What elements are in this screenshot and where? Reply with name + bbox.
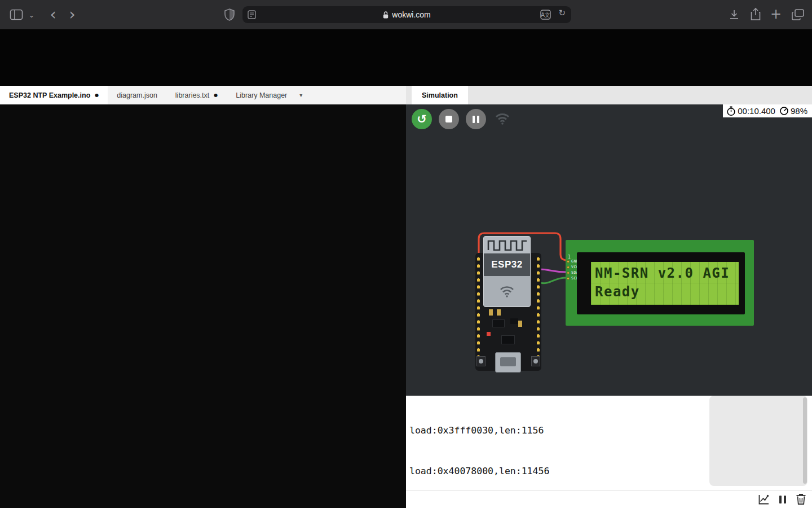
share-icon[interactable]	[749, 7, 762, 21]
wire-purple	[539, 269, 566, 272]
board-component	[492, 319, 505, 327]
esp32-module: ESP32	[483, 236, 531, 307]
restart-button[interactable]: ↺	[412, 109, 432, 129]
editor-tab-diagram[interactable]: diagram.json	[108, 86, 166, 104]
back-button[interactable]: ‹	[45, 6, 61, 24]
lcd-line1: NM-SRN v2.0 AGI	[595, 264, 739, 283]
pin-hole	[567, 266, 570, 269]
boot-button[interactable]	[531, 356, 540, 366]
svg-text:A文: A文	[541, 12, 550, 18]
editor-pane: ESP32 NTP Example.ino ● diagram.json lib…	[0, 86, 406, 508]
lcd-screen: NM-SRN v2.0 AGI Ready	[591, 262, 739, 305]
tab-simulation[interactable]: Simulation	[412, 86, 468, 104]
editor-tab-library-manager[interactable]: Library Manager ▾	[227, 86, 311, 104]
pin-hole	[567, 277, 570, 280]
stop-icon	[445, 116, 452, 122]
serial-scrollbar[interactable]	[803, 397, 807, 484]
reload-icon[interactable]: ↻	[558, 9, 566, 17]
new-tab-icon[interactable]: +	[769, 6, 783, 22]
stop-button[interactable]	[439, 109, 459, 129]
code-editor[interactable]	[0, 104, 406, 508]
page-icon[interactable]	[248, 10, 256, 19]
pin-hole	[567, 260, 570, 263]
wifi-status-icon	[495, 112, 510, 125]
url-bar[interactable]: wokwi.com A文 ↻	[242, 6, 571, 23]
unsaved-dot-icon: ●	[95, 93, 99, 98]
esp32-board[interactable]: ESP32	[475, 253, 541, 371]
simulation-tab-bar: Simulation	[406, 86, 812, 104]
clear-serial-button[interactable]	[796, 493, 806, 505]
pin-hole	[567, 271, 570, 274]
sidebar-chevron-icon[interactable]: ⌄	[27, 10, 36, 19]
editor-tab-libraries[interactable]: libraries.txt ●	[166, 86, 227, 104]
browser-toolbar: ⌄ ‹ › wokwi.com A文 ↻ +	[0, 0, 812, 29]
board-component	[518, 321, 522, 327]
privacy-shield-icon[interactable]	[223, 8, 236, 21]
usb-connector	[495, 352, 521, 373]
board-component	[497, 309, 501, 316]
plotter-button[interactable]	[758, 494, 770, 505]
chip-label: ESP32	[484, 253, 530, 276]
forward-button[interactable]: ›	[64, 6, 80, 24]
pause-icon	[477, 116, 479, 123]
gauge-icon	[779, 106, 789, 116]
board-component	[489, 309, 493, 316]
pause-icon	[473, 116, 475, 123]
lcd-line2: Ready	[595, 283, 739, 301]
pin-header-left	[476, 256, 481, 367]
serial-toolbar	[406, 490, 812, 508]
wire-green	[539, 278, 566, 283]
en-button[interactable]	[476, 356, 486, 366]
performance-strip: 00:10.400 98%	[723, 104, 812, 117]
editor-tab-bar: ESP32 NTP Example.ino ● diagram.json lib…	[0, 86, 406, 104]
antenna-icon	[484, 237, 530, 253]
site-header	[0, 29, 812, 86]
board-component	[501, 335, 515, 344]
pause-icon	[784, 496, 786, 503]
pause-icon	[779, 496, 782, 503]
power-led	[487, 332, 491, 336]
cpu-load: 98%	[791, 106, 807, 116]
editor-tab-sketch[interactable]: ESP32 NTP Example.ino ●	[0, 86, 108, 104]
wifi-logo-icon	[484, 276, 530, 306]
chevron-down-icon: ▾	[299, 93, 302, 98]
main-split: ESP32 NTP Example.ino ● diagram.json lib…	[0, 86, 812, 508]
serial-monitor[interactable]: load:0x3fff0030,len:1156 load:0x40078000…	[406, 396, 812, 490]
lock-icon	[383, 11, 389, 19]
tab-overview-icon[interactable]	[791, 8, 805, 21]
simulation-canvas[interactable]: ↺ 00:10.400 98%	[406, 104, 812, 396]
simulation-pane: Simulation ↺ 00:10.400	[406, 86, 812, 508]
board-component	[510, 318, 518, 324]
unsaved-dot-icon: ●	[214, 93, 218, 98]
serial-pause-button[interactable]	[779, 496, 786, 503]
serial-overlay-panel	[709, 396, 807, 486]
pause-button[interactable]	[466, 109, 486, 129]
sim-timer: 00:10.400	[738, 106, 775, 116]
url-text: wokwi.com	[392, 10, 430, 19]
sidebar-toggle-icon[interactable]	[9, 8, 24, 21]
pin-header-right	[536, 256, 541, 367]
downloads-icon[interactable]	[727, 8, 741, 21]
translate-icon[interactable]: A文	[540, 10, 551, 20]
stopwatch-icon	[726, 106, 736, 116]
lcd1602[interactable]: 1 GND VCC SDA SCL NM-SRN v2.0 AGI Ready	[566, 240, 754, 326]
